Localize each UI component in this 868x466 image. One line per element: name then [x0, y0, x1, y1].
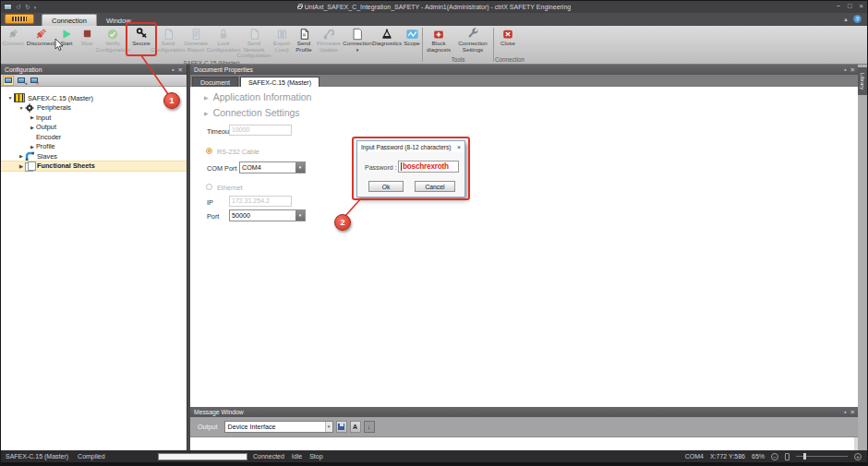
chevron-collapsed-icon[interactable]: ▶ — [18, 163, 25, 169]
section-connection-settings[interactable]: ▶ Connection Settings — [204, 107, 300, 118]
tab-connection[interactable]: Connection — [42, 14, 97, 26]
status-device: SAFEX-C.15 (Master) — [6, 453, 68, 460]
tree-item-output[interactable]: ▶ Output — [1, 123, 187, 133]
save-log-button[interactable] — [336, 421, 347, 433]
clear-log-button[interactable]: A — [350, 421, 361, 433]
chevron-collapsed-icon[interactable]: ▶ — [29, 144, 36, 149]
scope-button[interactable]: Scope — [402, 26, 422, 59]
zoom-slider-handle[interactable] — [803, 453, 806, 460]
tree-item-encoder[interactable]: Encoder — [1, 132, 187, 142]
close-connection-button[interactable]: Close — [494, 26, 522, 55]
clear-icon: A — [353, 424, 357, 430]
window-title: UnlAxt_SAFEX_C_Integration_SAFETY - Admi… — [1, 4, 867, 10]
scroll-down-button[interactable]: ↓ — [364, 421, 375, 433]
com-port-select[interactable]: COM4 ▾ — [239, 161, 306, 173]
connection-button[interactable]: Connection ▾ — [343, 26, 372, 59]
diagnostics-button[interactable]: Diagnostics — [372, 26, 402, 59]
pin-icon[interactable]: ▪ — [844, 66, 846, 74]
tree-item-master[interactable]: ▼ SAFEX-C.15 (Master) — [1, 93, 187, 103]
chevron-down-icon[interactable]: ▾ — [295, 210, 305, 221]
ribbon: Connect Disconnect Start Stop Verify Con… — [1, 26, 867, 65]
tab-window[interactable]: Window — [97, 15, 140, 26]
send-network-configuration-button: Send Network Configuration — [237, 26, 271, 59]
message-output-area[interactable] — [190, 436, 859, 450]
slaves-icon — [25, 151, 34, 161]
device-icon — [785, 453, 790, 460]
send-configuration-button: Send Configuration — [154, 26, 182, 59]
chevron-expanded-icon[interactable]: ▼ — [18, 105, 25, 111]
tree-item-profile[interactable]: ▶ Profile — [1, 142, 187, 152]
maximize-button[interactable]: □ — [848, 2, 852, 10]
device-view-button[interactable] — [3, 76, 14, 86]
ribbon-group-connection-label: Connection — [494, 55, 525, 64]
help-icon[interactable]: ? — [853, 15, 862, 23]
port-label: Port — [207, 212, 219, 221]
padlock-icon — [217, 27, 230, 41]
pin-icon[interactable]: ▪ — [172, 66, 174, 74]
stop-button: Stop — [77, 26, 97, 59]
tab-document[interactable]: Document — [192, 77, 238, 87]
right-dock-strip: Library — [858, 65, 867, 450]
status-zoom-level: 65% — [752, 453, 765, 460]
dialog-title: Input Password (8-12 characters) — [361, 144, 451, 150]
timeout-field: 10000 — [229, 125, 292, 136]
chevron-down-icon[interactable]: ▾ — [325, 422, 332, 432]
block-diagnosis-button[interactable]: Block diagnosis — [423, 26, 454, 55]
cancel-button[interactable]: Cancel — [415, 181, 455, 192]
library-tab[interactable]: Library — [858, 67, 867, 95]
lock-configuration-button: Lock Configuration — [210, 26, 237, 59]
ip-label: IP — [207, 198, 213, 207]
send-profile-button[interactable]: Send Profile — [293, 26, 315, 59]
rs232-radio[interactable] — [206, 148, 212, 154]
connect-button: Connect — [1, 26, 25, 59]
close-panel-icon[interactable]: ✕ — [178, 66, 183, 74]
document-tabstrip: Document SAFEX-C.15 (Master) — [190, 75, 859, 87]
tree-item-functional-sheets[interactable]: ▶ Functional Sheets — [1, 161, 187, 172]
disconnect-button[interactable]: Disconnect — [25, 26, 56, 59]
stop-icon — [81, 27, 93, 41]
ribbon-group-tools-label: Tools — [423, 55, 493, 64]
status-cursor-pos: X:772 Y:586 — [710, 453, 745, 460]
section-caret-icon: ▶ — [204, 110, 209, 116]
remove-device-button[interactable]: ✕ — [29, 76, 40, 86]
main-area: Configuration ▪ ✕ ◂ ✕ ▼ SAFEX-C.15 (Mast… — [1, 65, 867, 450]
connection-settings-button[interactable]: Connection Settings — [454, 26, 491, 55]
unplug-icon — [34, 27, 48, 41]
tree-item-input[interactable]: ▶ Input — [1, 113, 187, 123]
output-select[interactable]: Device Interface ▾ — [224, 421, 333, 433]
first-aid-icon — [432, 27, 445, 41]
chevron-collapsed-icon[interactable]: ▶ — [29, 114, 36, 120]
close-panel-icon[interactable]: ✕ — [850, 409, 855, 416]
section-caret-icon: ▶ — [204, 94, 209, 101]
close-window-button[interactable]: × — [860, 2, 863, 10]
file-menu-button[interactable] — [5, 14, 34, 24]
timeout-label: Timeout — [207, 127, 231, 136]
password-input[interactable]: boschrexroth — [398, 161, 459, 173]
tree-item-slaves[interactable]: ▶ Slaves — [1, 151, 187, 161]
chevron-down-icon[interactable]: ▾ — [295, 162, 305, 173]
minimize-button[interactable]: − — [837, 2, 840, 10]
ribbon-collapse-icon[interactable]: ▲ — [843, 17, 849, 22]
ok-button[interactable]: Ok — [368, 181, 404, 192]
close-panel-icon[interactable]: ✕ — [850, 66, 855, 74]
start-button[interactable]: Start — [56, 26, 77, 59]
chevron-down-icon: ▾ — [356, 48, 359, 53]
app-window: ↺ ↻ ▾ UnlAxt_SAFEX_C_Integration_SAFETY … — [0, 0, 868, 466]
add-device-button[interactable]: ◂ — [16, 76, 27, 86]
input-password-dialog: Input Password (8-12 characters) × Passw… — [356, 140, 465, 197]
section-application-information[interactable]: ▶ Application Information — [204, 91, 311, 102]
tree-item-peripherals[interactable]: ▼ Peripherals — [1, 103, 187, 114]
port-select[interactable]: 50000 ▾ — [229, 209, 306, 221]
network-document-icon — [248, 27, 260, 41]
dialog-close-icon[interactable]: × — [457, 144, 461, 150]
zoom-out-icon[interactable]: − — [771, 453, 778, 460]
zoom-slider[interactable] — [796, 456, 848, 457]
ethernet-radio[interactable] — [206, 184, 212, 190]
chevron-collapsed-icon[interactable]: ▶ — [18, 153, 25, 159]
tab-safex-master[interactable]: SAFEX-C.15 (Master) — [240, 77, 319, 87]
chevron-expanded-icon[interactable]: ▼ — [6, 95, 14, 101]
pin-icon[interactable]: ▪ — [844, 409, 846, 416]
zoom-in-icon[interactable]: + — [854, 453, 862, 460]
chevron-collapsed-icon[interactable]: ▶ — [29, 125, 36, 130]
text-caret — [401, 162, 402, 171]
